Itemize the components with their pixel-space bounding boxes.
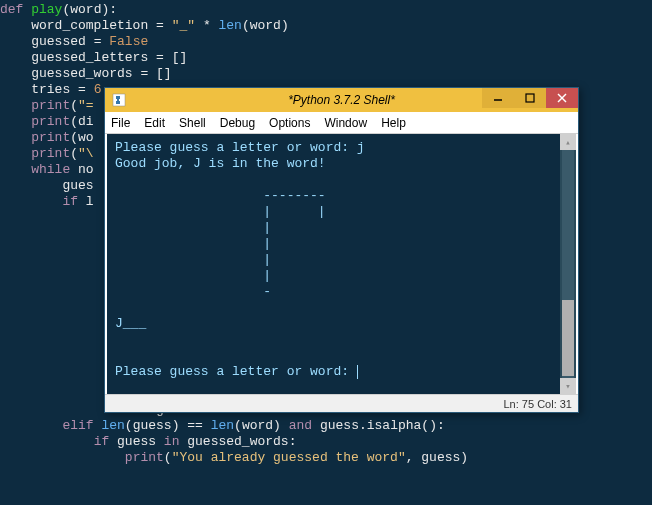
shell-output[interactable]: Please guess a letter or word: j Good jo… xyxy=(107,134,560,394)
shell-line: -------- xyxy=(115,188,326,203)
close-button[interactable] xyxy=(546,88,578,108)
titlebar[interactable]: *Python 3.7.2 Shell* xyxy=(105,88,578,112)
maximize-button[interactable] xyxy=(514,88,546,108)
menu-file[interactable]: File xyxy=(111,116,130,130)
menu-shell[interactable]: Shell xyxy=(179,116,206,130)
python-icon xyxy=(109,91,129,109)
shell-line: Please guess a letter or word: j xyxy=(115,140,365,155)
scroll-track[interactable] xyxy=(562,150,574,378)
menu-debug[interactable]: Debug xyxy=(220,116,255,130)
shell-line: | xyxy=(115,252,271,267)
shell-line: | xyxy=(115,220,271,235)
svg-rect-2 xyxy=(526,94,534,102)
shell-line: Good job, J is in the word! xyxy=(115,156,326,171)
menu-window[interactable]: Window xyxy=(324,116,367,130)
menu-edit[interactable]: Edit xyxy=(144,116,165,130)
scroll-up-icon[interactable]: ▴ xyxy=(560,134,576,150)
menubar: File Edit Shell Debug Options Window Hel… xyxy=(105,112,578,134)
shell-body: Please guess a letter or word: j Good jo… xyxy=(107,134,576,394)
menu-options[interactable]: Options xyxy=(269,116,310,130)
shell-prompt: Please guess a letter or word: xyxy=(115,364,357,379)
scroll-down-icon[interactable]: ▾ xyxy=(560,378,576,394)
status-position: Ln: 75 Col: 31 xyxy=(504,398,573,410)
statusbar: Ln: 75 Col: 31 xyxy=(105,394,578,412)
scroll-thumb[interactable] xyxy=(562,300,574,376)
shell-line: | xyxy=(115,268,271,283)
window-title: *Python 3.7.2 Shell* xyxy=(288,93,395,107)
scrollbar[interactable]: ▴ ▾ xyxy=(560,134,576,394)
cursor-icon xyxy=(357,365,358,379)
shell-line: | xyxy=(115,236,271,251)
shell-line: - xyxy=(115,284,271,299)
shell-line: | | xyxy=(115,204,326,219)
minimize-button[interactable] xyxy=(482,88,514,108)
menu-help[interactable]: Help xyxy=(381,116,406,130)
shell-line: J___ xyxy=(115,316,146,331)
python-shell-window: *Python 3.7.2 Shell* File Edit Shell Deb… xyxy=(104,87,579,413)
